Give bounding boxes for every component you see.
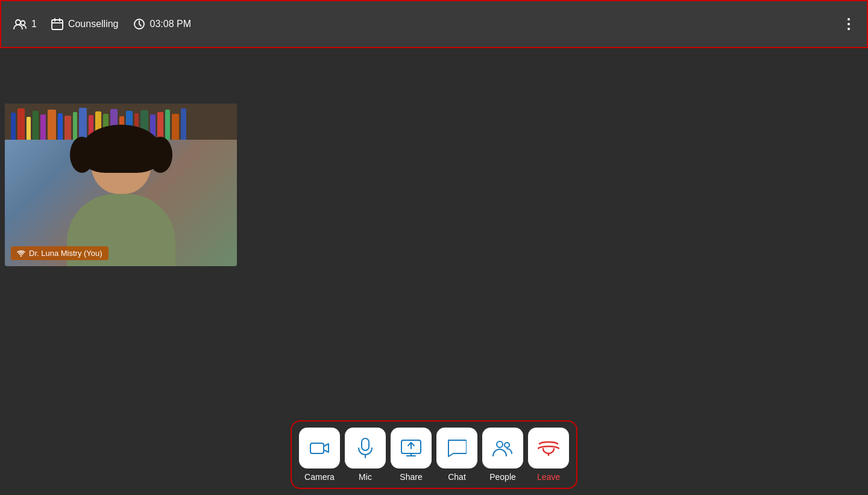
clock-icon [133, 18, 145, 30]
meeting-name: Counselling [68, 19, 119, 30]
svg-rect-6 [362, 438, 369, 450]
leave-button[interactable]: Leave [528, 428, 569, 482]
svg-rect-2 [52, 20, 63, 30]
share-icon-bg [391, 428, 432, 469]
person-hair [82, 125, 160, 173]
camera-button[interactable]: Camera [299, 428, 340, 482]
mic-icon [357, 438, 374, 458]
share-label: Share [400, 472, 422, 482]
more-options-button[interactable] [843, 13, 855, 35]
people-label: People [489, 472, 516, 482]
video-background [5, 104, 237, 266]
participant-label: Dr. Luna Mistry (You) [11, 246, 108, 260]
camera-label: Camera [304, 472, 335, 482]
dot1 [848, 18, 850, 20]
dot3 [848, 28, 850, 30]
meeting-name-info: Counselling [51, 18, 119, 30]
camera-icon-bg [299, 428, 340, 469]
chat-icon [447, 439, 467, 457]
leave-icon-bg [528, 428, 569, 469]
book [17, 108, 25, 140]
chat-button[interactable]: Chat [436, 428, 477, 482]
main-content: Dr. Luna Mistry (You) Camera [0, 48, 868, 495]
participants-icon [13, 19, 27, 30]
local-video-thumbnail: Dr. Luna Mistry (You) [5, 104, 237, 266]
calendar-icon [51, 18, 63, 30]
meeting-time-info: 03:08 PM [133, 18, 191, 30]
participants-info: 1 [13, 19, 37, 30]
camera-icon [310, 440, 329, 456]
chat-label: Chat [448, 472, 466, 482]
svg-point-1 [21, 21, 25, 25]
person-silhouette [55, 122, 187, 266]
header-bar: 1 Counselling 03:08 PM [0, 0, 868, 48]
leave-label: Leave [537, 472, 560, 482]
chat-icon-bg [436, 428, 477, 469]
toolbar-inner: Camera Mic [291, 420, 577, 489]
toolbar: Camera Mic [291, 420, 577, 495]
people-icon [492, 440, 513, 456]
meeting-time: 03:08 PM [150, 19, 191, 30]
svg-rect-5 [310, 443, 324, 453]
svg-point-0 [16, 20, 20, 25]
book [40, 114, 46, 140]
wifi-icon [17, 250, 25, 257]
book [11, 113, 16, 140]
dot2 [848, 23, 850, 25]
participants-count: 1 [31, 19, 37, 30]
participant-name: Dr. Luna Mistry (You) [29, 249, 102, 258]
people-icon-bg [482, 428, 523, 469]
svg-point-9 [505, 443, 509, 447]
book [27, 117, 31, 140]
svg-point-4 [20, 255, 22, 256]
leave-icon [538, 440, 559, 456]
svg-point-8 [497, 441, 503, 447]
header-info: 1 Counselling 03:08 PM [13, 18, 843, 30]
book [33, 111, 39, 140]
mic-button[interactable]: Mic [345, 428, 386, 482]
share-icon [401, 440, 421, 456]
share-button[interactable]: Share [391, 428, 432, 482]
people-button[interactable]: People [482, 428, 523, 482]
mic-label: Mic [359, 472, 372, 482]
mic-icon-bg [345, 428, 386, 469]
